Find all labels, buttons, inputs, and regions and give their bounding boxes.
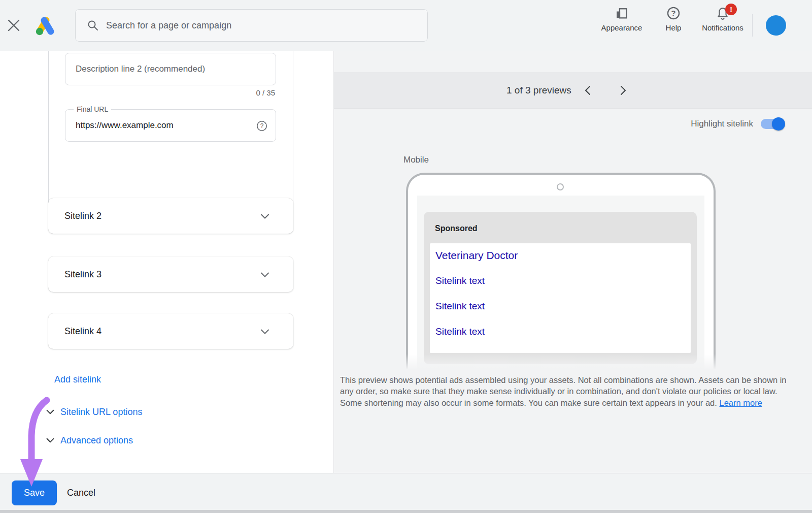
appearance-icon bbox=[615, 6, 629, 20]
google-ads-logo bbox=[32, 14, 57, 37]
svg-text:?: ? bbox=[260, 122, 264, 130]
sitelink-editor-panel: 0 / 35 Final URL ? Sitelink 2 Sitelink 3… bbox=[0, 51, 334, 473]
close-icon[interactable] bbox=[7, 18, 21, 33]
top-bar: Appearance ? Help Notifications ! bbox=[0, 0, 812, 51]
search-icon bbox=[87, 19, 99, 31]
final-url-field: Final URL ? bbox=[65, 109, 276, 142]
footer-bar: Save Cancel bbox=[0, 473, 812, 510]
help-circle-icon[interactable]: ? bbox=[256, 120, 267, 132]
chevron-down-icon bbox=[259, 210, 271, 222]
ad-preview-panel: 1 of 3 previews Highlight sitelink Mobil… bbox=[334, 51, 812, 473]
pager-label: 1 of 3 previews bbox=[506, 72, 571, 109]
save-button[interactable]: Save bbox=[12, 480, 57, 505]
sitelink-2-card[interactable]: Sitelink 2 bbox=[48, 198, 293, 234]
notifications-button[interactable]: Notifications ! bbox=[694, 6, 751, 32]
chevron-down-icon bbox=[259, 269, 271, 281]
avatar[interactable] bbox=[766, 15, 786, 36]
preview-pager-bar: 1 of 3 previews bbox=[334, 72, 812, 109]
chevron-left-icon[interactable] bbox=[582, 84, 594, 97]
sitelink-highlight-box: Veterinary Doctor Sitelink text Sitelink… bbox=[430, 243, 691, 353]
sponsored-label: Sponsored bbox=[435, 224, 478, 233]
toggle-knob bbox=[772, 117, 785, 131]
phone-bottom-fade bbox=[402, 354, 722, 372]
sitelink-url-options-expander[interactable]: Sitelink URL options bbox=[45, 406, 142, 418]
preview-disclaimer: This preview shows potential ads assembl… bbox=[340, 374, 788, 408]
svg-text:?: ? bbox=[671, 9, 675, 17]
highlight-sitelink-label: Highlight sitelink bbox=[691, 119, 753, 129]
highlight-sitelink-toggle[interactable] bbox=[761, 119, 784, 129]
global-search bbox=[75, 9, 428, 42]
header-divider bbox=[752, 14, 753, 37]
notifications-label: Notifications bbox=[702, 23, 743, 32]
final-url-label: Final URL bbox=[74, 105, 111, 114]
window-bottom-edge bbox=[0, 510, 812, 513]
phone-screen: Sponsored Veterinary Doctor Sitelink tex… bbox=[417, 196, 704, 372]
advanced-options-expander[interactable]: Advanced options bbox=[45, 435, 133, 446]
appearance-label: Appearance bbox=[601, 23, 642, 32]
description-line2-input[interactable] bbox=[65, 53, 276, 85]
cancel-button[interactable]: Cancel bbox=[67, 480, 95, 505]
char-counter: 0 / 35 bbox=[256, 88, 275, 97]
search-input[interactable] bbox=[106, 20, 427, 31]
ad-sitelink-link: Sitelink text bbox=[435, 326, 485, 337]
sitelink-url-options-label: Sitelink URL options bbox=[60, 407, 142, 418]
ad-sitelink-link: Sitelink text bbox=[435, 275, 485, 286]
ad-preview-card: Sponsored Veterinary Doctor Sitelink tex… bbox=[424, 212, 697, 364]
chevron-down-icon bbox=[45, 435, 56, 446]
device-label: Mobile bbox=[403, 155, 429, 165]
chevron-down-icon bbox=[259, 326, 271, 338]
learn-more-link[interactable]: Learn more bbox=[719, 398, 762, 407]
sitelink-3-card[interactable]: Sitelink 3 bbox=[48, 256, 293, 292]
chevron-down-icon bbox=[45, 406, 56, 418]
advanced-options-label: Advanced options bbox=[60, 435, 133, 446]
phone-camera-dot bbox=[557, 183, 564, 190]
add-sitelink-link[interactable]: Add sitelink bbox=[54, 374, 101, 385]
help-button[interactable]: ? Help bbox=[657, 6, 690, 32]
phone-mockup: Sponsored Veterinary Doctor Sitelink tex… bbox=[406, 173, 716, 372]
help-icon: ? bbox=[666, 6, 681, 20]
description-line2-field bbox=[65, 53, 276, 85]
sitelink-3-label: Sitelink 3 bbox=[64, 269, 101, 280]
chevron-right-icon[interactable] bbox=[617, 84, 629, 97]
sitelink-2-label: Sitelink 2 bbox=[64, 211, 101, 221]
help-label: Help bbox=[666, 23, 682, 32]
final-url-input[interactable] bbox=[65, 110, 276, 141]
notification-badge: ! bbox=[725, 4, 737, 15]
sitelink-4-label: Sitelink 4 bbox=[64, 326, 101, 337]
ad-title-link: Veterinary Doctor bbox=[435, 249, 518, 262]
ad-sitelink-link: Sitelink text bbox=[435, 301, 485, 312]
sitelink-4-card[interactable]: Sitelink 4 bbox=[48, 313, 293, 349]
appearance-button[interactable]: Appearance bbox=[595, 6, 649, 32]
highlight-sitelink-row: Highlight sitelink bbox=[691, 119, 784, 129]
